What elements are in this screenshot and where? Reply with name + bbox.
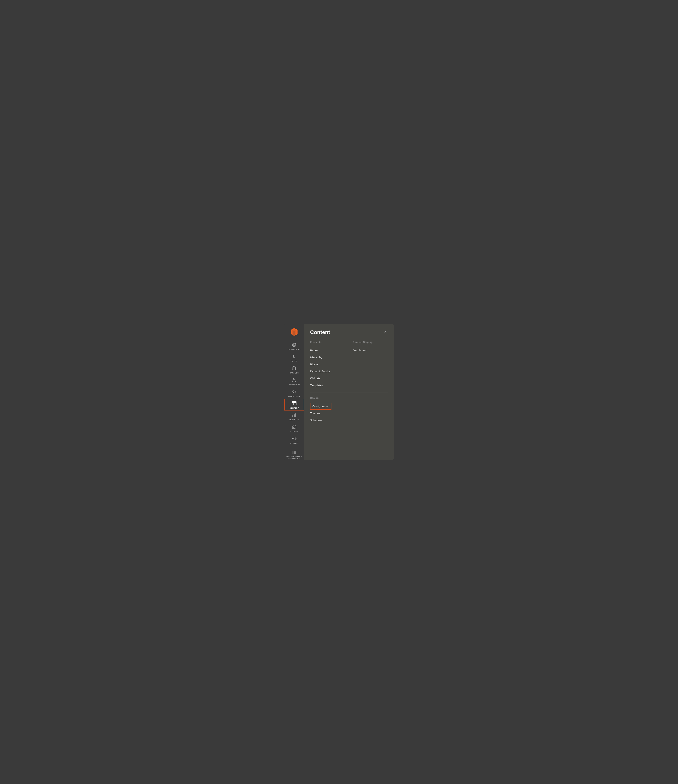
sidebar-item-reports[interactable]: REPORTS: [284, 411, 304, 422]
sidebar-item-catalog[interactable]: CATALOG: [284, 364, 304, 375]
sales-icon: $: [291, 354, 297, 359]
system-icon: [291, 436, 297, 441]
close-button[interactable]: ×: [383, 329, 388, 334]
sidebar: DASHBOARD $ SALES CATALOG: [284, 324, 304, 460]
sidebar-item-marketing[interactable]: MARKETING: [284, 387, 304, 399]
partners-icon: [291, 450, 297, 455]
link-configuration[interactable]: Configuration: [310, 403, 332, 410]
link-hierarchy[interactable]: Hierarchy: [310, 354, 345, 361]
customers-icon: [291, 377, 297, 383]
design-heading: Design: [310, 397, 388, 399]
link-blocks[interactable]: Blocks: [310, 361, 345, 368]
sidebar-item-content[interactable]: CONTENT: [284, 399, 304, 411]
link-schedule[interactable]: Schedule: [310, 417, 388, 424]
sidebar-item-customers[interactable]: CUSTOMERS: [284, 375, 304, 387]
sidebar-item-system[interactable]: SYSTEM: [284, 434, 304, 446]
magento-logo-icon: [290, 327, 299, 336]
panel-header: Content ×: [310, 329, 388, 335]
sidebar-item-system-label: SYSTEM: [290, 442, 298, 444]
sidebar-item-customers-label: CUSTOMERS: [288, 384, 300, 386]
dashboard-icon: [291, 342, 297, 347]
svg-rect-10: [294, 414, 295, 417]
stores-icon: [291, 424, 297, 429]
sidebar-item-stores-label: STORES: [290, 430, 298, 432]
svg-rect-9: [292, 415, 293, 417]
logo-area: [284, 324, 304, 339]
sidebar-item-marketing-label: MARKETING: [288, 395, 300, 397]
svg-point-13: [293, 438, 295, 439]
sidebar-item-catalog-label: CATALOG: [290, 372, 299, 374]
link-staging-dashboard[interactable]: Dashboard: [353, 347, 388, 354]
sidebar-item-partners-label: FIND PARTNERS & EXTENSIONS: [285, 456, 303, 460]
content-icon: [291, 401, 297, 406]
design-section: Design Configuration Themes Schedule: [310, 397, 388, 424]
elements-heading: Elements: [310, 341, 345, 344]
svg-point-5: [293, 378, 295, 380]
svg-text:$: $: [293, 355, 295, 359]
elements-section: Elements Pages Hierarchy Blocks Dynamic …: [310, 341, 345, 389]
sidebar-item-content-label: CONTENT: [290, 407, 299, 409]
content-staging-heading: Content Staging: [353, 341, 388, 344]
reports-icon: [291, 412, 297, 418]
sidebar-item-dashboard-label: DASHBOARD: [288, 348, 300, 350]
catalog-icon: [291, 366, 297, 371]
link-pages[interactable]: Pages: [310, 347, 345, 354]
main-panel: Content × Elements Pages Hierarchy Block…: [304, 324, 394, 460]
sidebar-item-sales[interactable]: $ SALES: [284, 352, 304, 364]
marketing-icon: [291, 389, 297, 394]
sidebar-item-dashboard[interactable]: DASHBOARD: [284, 340, 304, 352]
sidebar-item-reports-label: REPORTS: [290, 418, 299, 421]
link-dynamic-blocks[interactable]: Dynamic Blocks: [310, 368, 345, 375]
panel-title: Content: [310, 329, 330, 335]
svg-rect-6: [292, 401, 296, 405]
top-sections-row: Elements Pages Hierarchy Blocks Dynamic …: [310, 341, 388, 389]
link-themes[interactable]: Themes: [310, 410, 388, 417]
svg-rect-12: [293, 427, 295, 429]
svg-rect-11: [295, 413, 296, 417]
sidebar-item-stores[interactable]: STORES: [284, 422, 304, 434]
content-staging-section: Content Staging Dashboard: [353, 341, 388, 389]
sidebar-item-sales-label: SALES: [291, 360, 297, 362]
svg-marker-2: [293, 330, 295, 336]
link-widgets[interactable]: Widgets: [310, 375, 345, 382]
sidebar-item-partners[interactable]: FIND PARTNERS & EXTENSIONS: [284, 448, 304, 460]
link-templates[interactable]: Templates: [310, 382, 345, 389]
app-container: DASHBOARD $ SALES CATALOG: [284, 324, 394, 460]
section-divider: [310, 392, 388, 393]
